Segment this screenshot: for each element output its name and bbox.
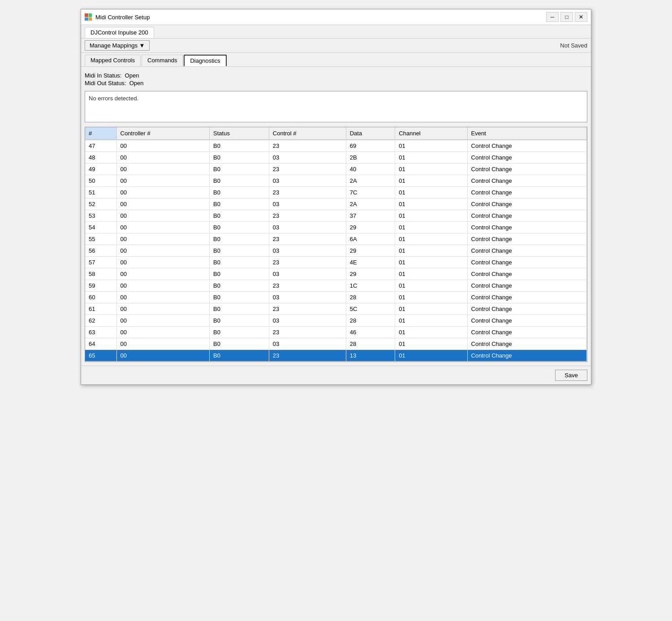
table-cell: 29: [346, 268, 395, 280]
table-row[interactable]: 5900B0231C01Control Change: [85, 280, 587, 292]
table-cell: Control Change: [467, 303, 586, 315]
table-row[interactable]: 5400B0032901Control Change: [85, 222, 587, 233]
table-cell: 47: [85, 140, 116, 152]
manage-mappings-button[interactable]: Manage Mappings ▼: [85, 40, 150, 51]
table-cell: 01: [395, 245, 467, 257]
table-cell: 63: [85, 327, 116, 338]
table-cell: B0: [210, 152, 269, 164]
content-area: Midi In Status: Open Midi Out Status: Op…: [81, 67, 591, 366]
tab-mapped-controls[interactable]: Mapped Controls: [85, 55, 141, 66]
main-window: Midi Controller Setup ─ □ ✕ DJControl In…: [81, 9, 591, 385]
table-cell: 50: [85, 175, 116, 187]
col-channel: Channel: [395, 127, 467, 140]
table-cell: B0: [210, 187, 269, 198]
table-cell: Control Change: [467, 210, 586, 222]
table-row[interactable]: 5800B0032901Control Change: [85, 268, 587, 280]
table-row[interactable]: 5000B0032A01Control Change: [85, 175, 587, 187]
table-row[interactable]: 4800B0032B01Control Change: [85, 152, 587, 164]
table-header: # Controller # Status Control # Data Cha…: [85, 127, 587, 140]
table-cell: Control Change: [467, 164, 586, 175]
table-row[interactable]: 6500B0231301Control Change: [85, 350, 587, 362]
table-cell: 7C: [346, 187, 395, 198]
table-cell: 5C: [346, 303, 395, 315]
table-cell: 00: [116, 210, 210, 222]
save-button[interactable]: Save: [555, 370, 587, 381]
table-row[interactable]: 5500B0236A01Control Change: [85, 233, 587, 245]
table-cell: 03: [269, 198, 346, 210]
table-cell: 01: [395, 233, 467, 245]
table-cell: B0: [210, 350, 269, 362]
table-cell: 00: [116, 175, 210, 187]
table-cell: B0: [210, 198, 269, 210]
table-cell: B0: [210, 268, 269, 280]
table-cell: 03: [269, 268, 346, 280]
controller-tab[interactable]: DJControl Inpulse 200: [85, 27, 154, 38]
table-cell: 23: [269, 164, 346, 175]
table-cell: B0: [210, 175, 269, 187]
table-row[interactable]: 5600B0032901Control Change: [85, 245, 587, 257]
maximize-button[interactable]: □: [560, 12, 573, 22]
table-row[interactable]: 6000B0032801Control Change: [85, 292, 587, 303]
table-row[interactable]: 5700B0234E01Control Change: [85, 257, 587, 268]
table-cell: B0: [210, 257, 269, 268]
table-row[interactable]: 5100B0237C01Control Change: [85, 187, 587, 198]
table-row[interactable]: 5200B0032A01Control Change: [85, 198, 587, 210]
table-cell: Control Change: [467, 198, 586, 210]
table-cell: 00: [116, 350, 210, 362]
tab-commands[interactable]: Commands: [142, 55, 183, 66]
table-cell: 00: [116, 338, 210, 350]
table-cell: 00: [116, 233, 210, 245]
table-cell: Control Change: [467, 315, 586, 327]
table-cell: 00: [116, 292, 210, 303]
table-cell: 59: [85, 280, 116, 292]
table-cell: 2A: [346, 198, 395, 210]
table-scroll[interactable]: # Controller # Status Control # Data Cha…: [85, 127, 587, 362]
table-cell: 28: [346, 338, 395, 350]
table-cell: 28: [346, 292, 395, 303]
table-cell: 01: [395, 198, 467, 210]
tab-diagnostics[interactable]: Diagnostics: [184, 55, 226, 66]
table-cell: 51: [85, 187, 116, 198]
table-cell: 23: [269, 140, 346, 152]
table-cell: 01: [395, 350, 467, 362]
table-row[interactable]: 4900B0234001Control Change: [85, 164, 587, 175]
col-status: Status: [210, 127, 269, 140]
error-message: No errors detected.: [89, 95, 138, 102]
table-cell: Control Change: [467, 350, 586, 362]
table-cell: 01: [395, 152, 467, 164]
table-cell: 23: [269, 233, 346, 245]
table-cell: 01: [395, 268, 467, 280]
table-cell: 01: [395, 338, 467, 350]
table-cell: 4E: [346, 257, 395, 268]
table-cell: 03: [269, 175, 346, 187]
table-row[interactable]: 6400B0032801Control Change: [85, 338, 587, 350]
table-cell: Control Change: [467, 152, 586, 164]
minimize-button[interactable]: ─: [546, 12, 559, 22]
midi-in-status: Midi In Status: Open: [85, 72, 587, 79]
table-row[interactable]: 6100B0235C01Control Change: [85, 303, 587, 315]
table-cell: 00: [116, 198, 210, 210]
table-row[interactable]: 4700B0236901Control Change: [85, 140, 587, 152]
midi-out-value: Open: [129, 80, 144, 86]
table-row[interactable]: 6300B0234601Control Change: [85, 327, 587, 338]
table-cell: 49: [85, 164, 116, 175]
table-cell: 03: [269, 222, 346, 233]
close-button[interactable]: ✕: [575, 12, 587, 22]
table-cell: 64: [85, 338, 116, 350]
table-cell: 46: [346, 327, 395, 338]
midi-events-table-container: # Controller # Status Control # Data Cha…: [85, 127, 587, 362]
col-control: Control #: [269, 127, 346, 140]
table-cell: B0: [210, 222, 269, 233]
table-cell: 00: [116, 257, 210, 268]
table-row[interactable]: 5300B0233701Control Change: [85, 210, 587, 222]
table-cell: 01: [395, 210, 467, 222]
table-cell: Control Change: [467, 222, 586, 233]
table-row[interactable]: 6200B0032801Control Change: [85, 315, 587, 327]
table-cell: 29: [346, 222, 395, 233]
window-title: Midi Controller Setup: [95, 14, 150, 21]
table-cell: Control Change: [467, 280, 586, 292]
midi-out-status: Midi Out Status: Open: [85, 80, 587, 86]
table-cell: B0: [210, 280, 269, 292]
table-cell: Control Change: [467, 327, 586, 338]
table-cell: 03: [269, 245, 346, 257]
